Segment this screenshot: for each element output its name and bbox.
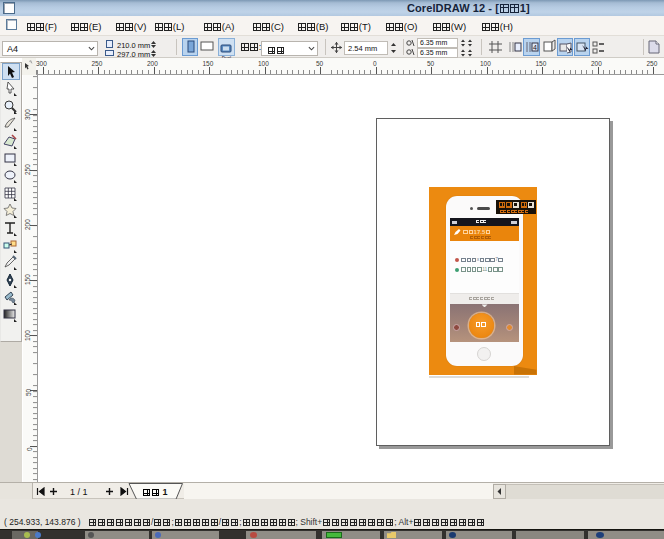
svg-text:4: 4 <box>533 44 537 51</box>
